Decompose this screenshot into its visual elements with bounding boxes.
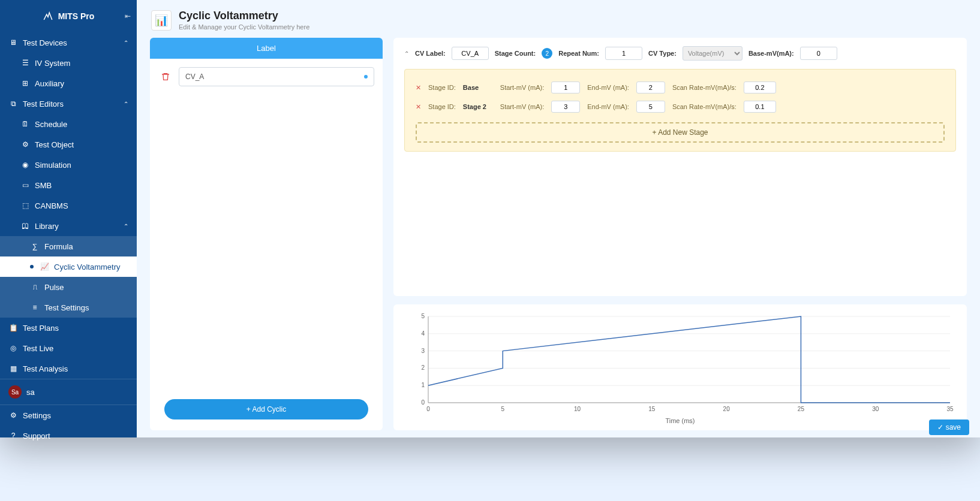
server-icon: ☰ [20, 58, 30, 68]
sidebar-item-test-settings[interactable]: ≡ Test Settings [0, 297, 137, 318]
svg-text:15: 15 [648, 406, 656, 412]
svg-text:5: 5 [501, 406, 505, 412]
stages-box: ✕ Stage ID: Base Start-mV (mA): End-mV (… [404, 69, 956, 152]
rate-input[interactable] [744, 101, 776, 113]
collapse-arrow-icon[interactable]: ⌃ [404, 50, 409, 57]
cyclic-row: CV_A [158, 67, 374, 86]
sidebar-item-test-devices[interactable]: 🖥 Test Devices ⌃ [0, 32, 137, 53]
stage-id-label: Stage ID: [428, 103, 456, 110]
svg-text:20: 20 [723, 406, 731, 412]
svg-text:3: 3 [421, 348, 425, 354]
svg-text:25: 25 [798, 406, 805, 412]
app-name: MITS Pro [58, 11, 95, 21]
svg-text:2: 2 [421, 364, 425, 371]
sidebar-item-iv-system[interactable]: ☰ IV System [0, 53, 137, 73]
sidebar-label: CANBMS [35, 201, 68, 210]
sidebar-item-test-plans[interactable]: 📋 Test Plans [0, 318, 137, 338]
sidebar-item-canbms[interactable]: ⬚ CANBMS [0, 195, 137, 216]
repeat-num-label: Repeat Num: [558, 50, 599, 57]
sidebar: MITS Pro ⇤ 🖥 Test Devices ⌃ ☰ IV System … [0, 0, 137, 437]
line-chart: 01234505101520253035 [404, 313, 956, 415]
main-area: 📊 Cyclic Voltammetry Edit & Manage your … [137, 0, 980, 437]
sliders-icon: ≡ [30, 303, 40, 312]
sidebar-item-formula[interactable]: ∑ Formula [0, 236, 137, 256]
add-cyclic-button[interactable]: + Add Cyclic [164, 399, 368, 419]
cyclic-name-value: CV_A [185, 73, 204, 81]
user-row[interactable]: Sa sa [0, 379, 137, 405]
base-input[interactable] [800, 47, 837, 60]
start-input[interactable] [551, 101, 580, 113]
avatar: Sa [8, 385, 22, 399]
sidebar-label: Test Live [23, 344, 53, 353]
sidebar-label: Support [23, 431, 50, 440]
end-input[interactable] [636, 82, 665, 93]
sidebar-item-cyclic-voltammetry[interactable]: 📈 Cyclic Voltammetry [0, 256, 137, 277]
stage-row: ✕ Stage ID: Stage 2 Start-mV (mA): End-m… [416, 97, 945, 116]
save-label: save [946, 423, 961, 431]
chevron-up-icon: ⌃ [124, 40, 128, 46]
end-label: End-mV (mA): [587, 103, 629, 110]
live-icon: ◎ [8, 343, 18, 353]
svg-text:4: 4 [421, 330, 425, 337]
stage-count-label: Stage Count: [495, 50, 536, 57]
sidebar-collapse-button[interactable]: ⇤ [125, 12, 131, 20]
sidebar-item-simulation[interactable]: ◉ Simulation [0, 155, 137, 175]
start-label: Start-mV (mA): [500, 103, 544, 110]
rate-input[interactable] [744, 82, 776, 93]
sidebar-item-library[interactable]: 🕮 Library ⌃ [0, 216, 137, 236]
page-header: 📊 Cyclic Voltammetry Edit & Manage your … [137, 0, 980, 38]
add-stage-button[interactable]: + Add New Stage [416, 122, 945, 143]
pulse-icon: ⎍ [30, 282, 40, 292]
sidebar-item-support[interactable]: ? Support [0, 425, 137, 446]
bullet-icon [30, 265, 34, 268]
monitor-icon: 🖥 [8, 38, 18, 47]
calendar-icon: 🗓 [20, 119, 30, 129]
delete-button[interactable] [158, 70, 173, 84]
start-input[interactable] [551, 82, 580, 93]
end-label: End-mV (mA): [587, 84, 629, 91]
svg-text:0: 0 [421, 399, 425, 406]
cyclic-name-input[interactable]: CV_A [179, 67, 374, 86]
sidebar-label: SMB [35, 181, 52, 190]
cv-label-input[interactable] [452, 47, 489, 60]
app-window: MITS Pro ⇤ 🖥 Test Devices ⌃ ☰ IV System … [0, 0, 980, 437]
end-input[interactable] [636, 101, 665, 113]
check-icon: ✓ [937, 423, 943, 431]
save-button[interactable]: ✓ save [929, 419, 969, 435]
sidebar-item-schedule[interactable]: 🗓 Schedule [0, 114, 137, 134]
start-label: Start-mV (mA): [500, 84, 544, 91]
sidebar-item-settings[interactable]: ⚙ Settings [0, 405, 137, 425]
sidebar-header: MITS Pro ⇤ [0, 0, 137, 32]
base-label: Base-mV(mA): [748, 50, 794, 57]
stage-id-value: Stage 2 [463, 103, 493, 110]
sidebar-label: Test Plans [23, 324, 59, 333]
chart-area: 01234505101520253035 [404, 313, 956, 415]
cv-type-select[interactable]: Voltage(mV) [683, 46, 742, 61]
sidebar-item-pulse[interactable]: ⎍ Pulse [0, 277, 137, 297]
sidebar-item-smb[interactable]: ▭ SMB [0, 175, 137, 195]
stage-id-label: Stage ID: [428, 84, 456, 91]
sidebar-item-test-live[interactable]: ◎ Test Live [0, 338, 137, 358]
active-dot-icon [364, 75, 368, 79]
can-icon: ⬚ [20, 201, 30, 210]
repeat-num-input[interactable] [605, 47, 642, 60]
sidebar-label: Schedule [35, 120, 67, 129]
simulation-icon: ◉ [20, 160, 30, 170]
remove-stage-button[interactable]: ✕ [416, 103, 421, 111]
cv-type-label: CV Type: [648, 50, 677, 57]
stage-row: ✕ Stage ID: Base Start-mV (mA): End-mV (… [416, 78, 945, 97]
svg-text:1: 1 [421, 382, 425, 388]
remove-stage-button[interactable]: ✕ [416, 84, 421, 92]
sidebar-label: IV System [35, 59, 70, 68]
content-row: Label CV_A + Add Cyclic [137, 38, 980, 437]
rate-label: Scan Rate-mV(mA)/s: [672, 84, 736, 91]
stage-count-badge: 2 [542, 48, 552, 59]
sidebar-item-test-editors[interactable]: ⧉ Test Editors ⌃ [0, 93, 137, 114]
sidebar-label: Test Devices [23, 38, 67, 47]
sidebar-item-auxiliary[interactable]: ⊞ Auxiliary [0, 73, 137, 93]
formula-icon: ∑ [30, 242, 40, 251]
rate-label: Scan Rate-mV(mA)/s: [672, 103, 736, 110]
sidebar-item-test-object[interactable]: ⚙ Test Object [0, 134, 137, 155]
sidebar-item-test-analysis[interactable]: ▦ Test Analysis [0, 358, 137, 379]
config-row: ⌃ CV Label: Stage Count: 2 Repeat Num: C… [404, 46, 956, 61]
